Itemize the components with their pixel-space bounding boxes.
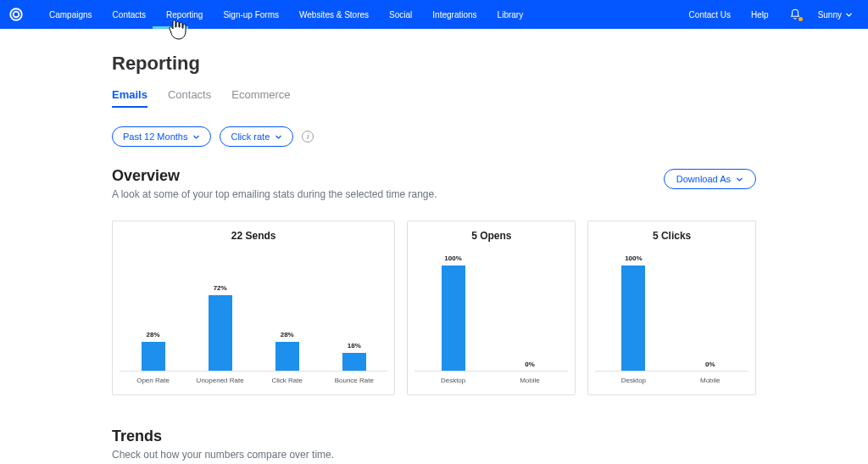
metric-filter[interactable]: Click rate [220,126,293,147]
chart-title: 5 Opens [471,230,511,242]
chart-bar: 28% [262,331,313,372]
chart-title: 22 Sends [231,230,276,242]
nav-help[interactable]: Help [741,10,779,20]
nav-library[interactable]: Library [487,10,534,20]
tab-emails[interactable]: Emails [112,88,147,108]
chevron-down-icon [736,176,743,183]
trends-subtitle: Check out how your numbers compare over … [112,449,756,461]
chevron-down-icon [845,11,853,19]
user-name-label: Sunny [818,10,842,20]
bar-value-label: 0% [525,361,535,368]
chart-bar: 28% [128,331,179,372]
nav-signup-forms[interactable]: Sign-up Forms [213,10,289,20]
bar-category-label: Mobile [496,377,564,384]
bar-category-label: Bounce Rate [329,377,380,384]
chart-bar: 100% [599,254,667,372]
date-range-label: Past 12 Months [123,131,187,142]
chart-title: 5 Clicks [653,230,691,242]
tab-ecommerce[interactable]: Ecommerce [231,88,290,108]
bar-value-label: 100% [444,254,461,262]
trends-title: Trends [112,428,756,445]
chart-bar: 0% [496,361,564,372]
metric-label: Click rate [231,131,270,142]
svg-point-1 [14,12,19,18]
filter-row: Past 12 Months Click rate i [112,126,756,147]
overview-charts: 22 Sends28%72%28%18%Open RateUnopened Ra… [112,221,756,395]
page-title: Reporting [112,53,756,75]
nav-reporting[interactable]: Reporting [156,10,213,20]
notifications-bell-icon[interactable] [789,8,801,20]
chart-bar: 72% [195,284,246,372]
chart-card-1: 5 Opens100%0%DesktopMobile [407,221,576,395]
chart-plot-area: 100%0% [415,249,568,372]
bar-rect [142,342,165,372]
bar-rect [209,295,232,372]
bar-value-label: 28% [147,331,160,338]
nav-campaigns[interactable]: Campaigns [39,10,103,20]
bar-value-label: 100% [625,254,642,262]
download-as-button[interactable]: Download As [664,169,756,189]
user-menu[interactable]: Sunny [811,10,860,20]
chart-card-2: 5 Clicks100%0%DesktopMobile [587,221,756,395]
bar-value-label: 0% [705,361,715,368]
info-icon[interactable]: i [302,131,314,143]
bar-category-label: Mobile [676,377,744,384]
notification-dot-icon [798,17,803,21]
nav-websites[interactable]: Websites & Stores [289,10,379,20]
nav-integrations[interactable]: Integrations [422,10,487,20]
bar-rect [275,342,299,372]
chart-plot-area: 28%72%28%18% [120,249,387,372]
chevron-down-icon [192,133,200,141]
chart-card-0: 22 Sends28%72%28%18%Open RateUnopened Ra… [112,221,395,395]
date-range-filter[interactable]: Past 12 Months [112,126,211,147]
bar-value-label: 18% [348,342,361,349]
trends-section: Trends Check out how your numbers compar… [112,428,756,464]
bar-category-label: Desktop [420,377,487,384]
brand-logo-icon[interactable] [8,7,24,22]
overview-subtitle: A look at some of your top emailing stat… [112,188,437,200]
bar-rect [621,266,645,372]
bar-rect [342,353,366,372]
chart-bar: 0% [676,361,744,372]
bar-category-label: Open Rate [128,377,179,384]
report-tabs: Emails Contacts Ecommerce [112,88,756,108]
chart-bar: 18% [329,342,380,372]
nav-social[interactable]: Social [379,10,422,20]
nav-contacts[interactable]: Contacts [103,10,156,20]
bar-category-label: Desktop [599,377,667,384]
chart-bar: 100% [420,254,487,372]
chart-plot-area: 100%0% [595,249,748,372]
tab-contacts[interactable]: Contacts [168,88,211,108]
top-navbar: Campaigns Contacts Reporting Sign-up For… [0,0,868,29]
bar-value-label: 72% [214,284,227,292]
svg-point-0 [10,8,22,20]
nav-contact-us[interactable]: Contact Us [679,10,741,20]
reporting-page: Reporting Emails Contacts Ecommerce Past… [112,29,756,464]
bar-category-label: Click Rate [262,377,313,384]
download-as-label: Download As [676,174,731,184]
nav-reporting-hover-underline [153,26,188,29]
chevron-down-icon [275,133,282,141]
bar-category-label: Unopened Rate [195,377,246,384]
bar-value-label: 28% [281,331,294,338]
overview-title: Overview [112,167,437,185]
bar-rect [442,266,465,372]
